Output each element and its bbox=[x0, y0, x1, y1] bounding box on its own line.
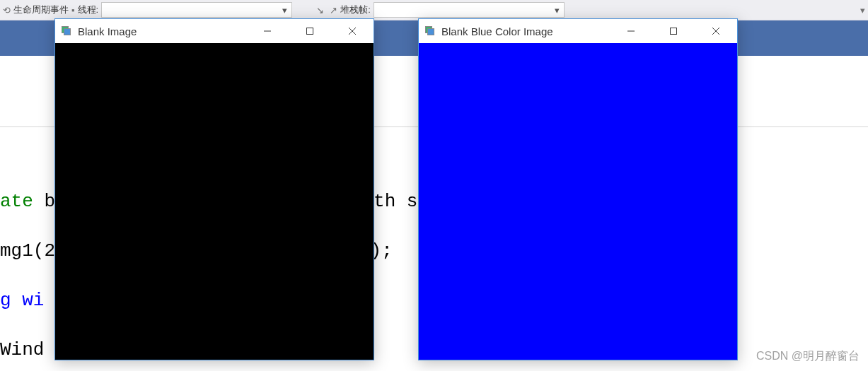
window-content bbox=[55, 43, 374, 360]
maximize-button[interactable] bbox=[652, 19, 695, 43]
minimize-icon bbox=[627, 27, 635, 35]
stack-dropdown[interactable]: ▾ bbox=[374, 2, 565, 18]
window-controls bbox=[246, 19, 374, 43]
minimize-button[interactable] bbox=[246, 19, 289, 43]
code-text: mg1(2 bbox=[0, 240, 55, 261]
thread-dropdown[interactable]: ▾ bbox=[101, 2, 292, 18]
titlebar[interactable]: Blank Blue Color Image bbox=[419, 19, 737, 43]
close-icon bbox=[712, 27, 720, 35]
maximize-icon bbox=[306, 27, 314, 35]
bullet-icon: ▪ bbox=[71, 5, 75, 16]
code-text: b bbox=[44, 191, 55, 212]
window-content bbox=[419, 43, 737, 360]
svg-rect-1 bbox=[307, 28, 313, 35]
step-icon[interactable]: ↘ bbox=[316, 5, 324, 16]
lifecycle-icon[interactable]: ⟲ bbox=[3, 5, 11, 16]
chevron-down-icon: ▾ bbox=[555, 5, 560, 16]
svg-rect-5 bbox=[671, 28, 677, 35]
close-icon bbox=[348, 27, 357, 35]
thread-label: 线程: bbox=[78, 4, 99, 16]
code-text: Wind bbox=[0, 339, 44, 360]
minimize-icon bbox=[263, 27, 272, 35]
close-button[interactable] bbox=[695, 19, 737, 43]
app-icon bbox=[61, 25, 72, 37]
maximize-button[interactable] bbox=[289, 19, 331, 43]
titlebar[interactable]: Blank Image bbox=[55, 19, 374, 43]
lifecycle-label: 生命周期事件 bbox=[13, 4, 69, 16]
watermark: CSDN @明月醉窗台 bbox=[756, 349, 860, 364]
window-title: Blank Blue Color Image bbox=[441, 25, 610, 37]
code-text: th s bbox=[374, 191, 417, 212]
app-icon bbox=[424, 25, 436, 37]
stack-label: 堆栈帧: bbox=[340, 4, 371, 16]
close-button[interactable] bbox=[331, 19, 374, 43]
maximize-icon bbox=[669, 27, 678, 35]
window-title: Blank Image bbox=[78, 25, 246, 37]
overflow-icon[interactable]: ▾ bbox=[860, 5, 865, 16]
code-text: g wi bbox=[0, 290, 44, 311]
minimize-button[interactable] bbox=[610, 19, 652, 43]
code-text: ate bbox=[0, 191, 44, 212]
ide-toolbar: ⟲ 生命周期事件 ▪ 线程: ▾ ↘ ↗ 堆栈帧: ▾ ▾ bbox=[0, 0, 868, 20]
chevron-down-icon: ▾ bbox=[282, 5, 287, 16]
step-icon2[interactable]: ↗ bbox=[330, 5, 337, 16]
window-controls bbox=[610, 19, 737, 43]
window-blank-blue-image[interactable]: Blank Blue Color Image bbox=[418, 18, 738, 360]
window-blank-image[interactable]: Blank Image bbox=[54, 18, 374, 360]
